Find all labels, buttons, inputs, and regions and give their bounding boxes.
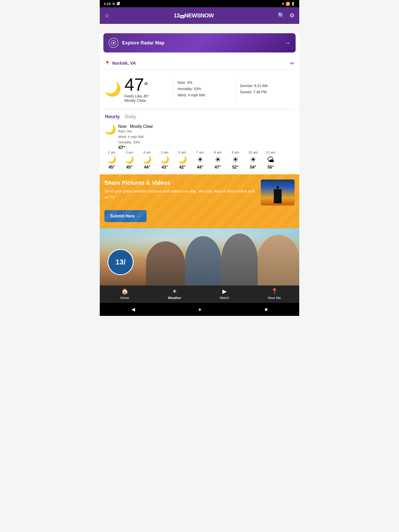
news-team-photo: 13/ [100,228,299,285]
watch-nav-label: Watch [220,296,229,300]
tab-daily[interactable]: Daily [124,113,137,121]
nav-item-weather[interactable]: ☀ Weather [150,288,200,300]
location-row: 📍 Norfolk, VA ✏ [100,57,299,68]
temperature-value: 47 [124,75,144,94]
battery-icon: 🔋 [291,2,295,6]
hour-item: 4 am 🌙 44° [140,150,154,170]
submit-label: Submit Here [110,214,135,218]
signal-icon: 📶 [286,2,290,6]
radar-label: Explore Radar Map [122,40,164,46]
hour-temp-value: 45° [109,165,115,170]
hour-time-label: 3 am [126,150,133,154]
home-button[interactable]: ● [198,307,201,312]
hour-temp-value: 44° [197,165,203,170]
weather-moon-icon: 🌙 [104,82,121,96]
now-block: 🌙 Now Mostly Clear Rain: 0% Wind: 4 mph … [104,124,295,150]
hour-temp-value: 42° [179,165,185,170]
hour-item: 5 am 🌙 43° [157,150,172,170]
now-label: Now [118,124,127,129]
nav-item-near-me[interactable]: 📍 Near Me [249,288,299,300]
search-button[interactable]: 🔍 [278,12,285,19]
tab-hourly[interactable]: Hourly [104,113,120,121]
hour-temp-value: 45° [126,165,132,170]
logo-circle-text: 13/ [116,258,126,266]
status-left: 1:13 ⊙ 🗐 [104,2,120,6]
share-text-block: Share Pictures & Videos Send your great … [104,179,258,200]
hour-time-label: 6 am [179,150,186,154]
location-pin-icon: 📍 [104,61,110,66]
weather-nav-label: Weather [168,296,181,300]
hour-temp-value: 52° [232,165,238,170]
top-nav: ☆ 13abcNEWSNOW 🔍 ⚙ [100,7,299,24]
android-nav: ◀ ● ■ [100,303,299,316]
home-nav-label: Home [120,296,129,300]
now-details: Now Mostly Clear Rain: 0% Wind: 4 mph NW… [118,124,153,150]
silhouette-icon [274,189,282,203]
hour-temp-value: 56° [268,165,274,170]
hour-item: 9 am ☀ 52° [228,150,243,170]
circle-icon: ⊙ [112,2,115,6]
edit-location-button[interactable]: ✏ [290,60,295,66]
hour-weather-icon: 🌙 [125,155,134,164]
now-humidity: Humidity: 53% [118,140,153,145]
thumbnail-inner [261,179,295,205]
vertical-divider-2 [236,79,236,99]
hour-temp-value: 44° [144,165,150,170]
hour-time-label: 9 am [232,150,239,154]
logo-text: 13abcNEWSNOW [174,12,214,19]
now-rain: Rain: 0% [118,129,153,134]
hourly-scroll: 2 am 🌙 45° 3 am 🌙 45° 4 am 🌙 44° 5 am 🌙 … [104,150,295,171]
app-logo: 13abcNEWSNOW [174,12,214,19]
submit-button[interactable]: Submit Here → [104,210,147,222]
radar-icon [109,38,118,48]
radar-dot [113,42,114,44]
location-name[interactable]: Norfolk, VA [112,61,136,66]
hour-weather-icon: 🌤 [267,155,274,164]
status-bar: 1:13 ⊙ 🗐 ▼ 📶 🔋 [100,0,299,7]
nav-icons: 🔍 ⚙ [278,12,295,19]
hour-weather-icon: ☀ [197,155,203,164]
hour-weather-icon: 🌙 [178,155,187,164]
nav-item-home[interactable]: 🏠 Home [100,288,150,300]
nav-item-watch[interactable]: ▶ Watch [200,288,249,300]
hour-temp-value: 43° [162,165,168,170]
hour-time-label: 7 am [196,150,204,154]
hour-item: 10 am ☀ 54° [246,150,260,170]
hour-time-label: 8 am [214,150,222,154]
person-3 [221,234,258,285]
feels-like: Feels Like 45° [124,94,149,98]
person-4 [258,235,299,285]
hour-weather-icon: ☀ [215,155,221,164]
hour-item: 3 am 🌙 45° [122,150,137,170]
hour-time-label: 2 am [108,150,116,154]
white-gap [100,24,299,29]
hour-weather-icon: 🌙 [107,155,116,164]
temperature-display: 47° [124,76,149,93]
settings-button[interactable]: ⚙ [289,12,295,19]
share-banner: ⌐ Share Pictures & Videos Send your grea… [100,174,299,228]
corner-bracket-icon: ⌐ [103,178,107,185]
hour-weather-icon: ☀ [250,155,256,164]
back-button[interactable]: ◀ [131,307,135,312]
hour-time-label: 5 am [161,150,169,154]
abc-badge: abc [180,15,184,18]
near-me-nav-icon: 📍 [271,288,278,295]
now-condition: Mostly Clear [130,124,153,129]
radar-arrow-icon: → [284,39,290,46]
share-thumbnail [261,179,295,205]
radar-banner[interactable]: Explore Radar Map → [103,33,296,52]
hour-temp-value: 47° [215,165,221,170]
favorite-button[interactable]: ☆ [104,12,110,19]
weather-description: Mostly Clear [124,98,149,103]
rain-detail: Rain: 0% [178,80,232,86]
temperature-block: 47° Feels Like 45° Mostly Clear [124,76,149,103]
submit-arrow-icon: → [137,214,141,218]
main-content: Explore Radar Map → 📍 Norfolk, VA ✏ 🌙 47… [100,33,299,285]
status-time: 1:13 [104,2,111,6]
hour-item: 7 am ☀ 44° [193,150,207,170]
recent-button[interactable]: ■ [265,307,268,312]
wifi-icon: ▼ [281,2,285,6]
humidity-detail: Humidity: 53% [178,86,232,92]
hour-weather-icon: 🌙 [143,155,152,164]
vertical-divider-1 [174,79,174,99]
